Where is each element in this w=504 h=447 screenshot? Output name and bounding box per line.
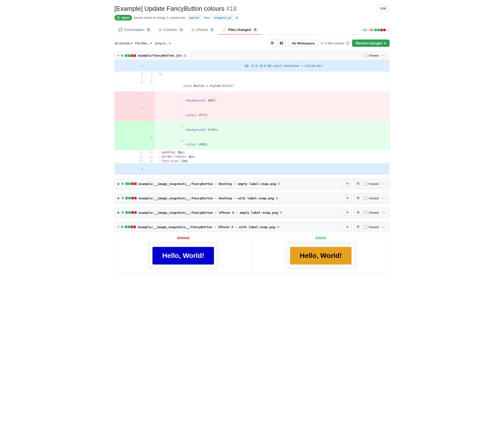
chevron-down-icon: ▾ <box>384 41 386 45</box>
bar1 <box>126 183 128 185</box>
expand-icon[interactable]: ▶ <box>118 211 120 214</box>
file2-viewed-input[interactable] <box>364 182 367 186</box>
copy-path-icon[interactable]: ⧉ <box>278 182 280 186</box>
jump-to-dropdown[interactable]: Jump to... ▾ <box>154 41 171 45</box>
svg-rect-6 <box>357 183 359 184</box>
review-changes-button[interactable]: Review changes ▾ <box>352 39 390 47</box>
svg-rect-9 <box>357 198 359 198</box>
copy-path-icon[interactable]: ⧉ <box>277 225 279 229</box>
tab-conversation[interactable]: 💬 Conversation 0 <box>114 25 155 35</box>
pr-meta: Open fwouts wants to merge 1 commit into… <box>114 15 390 20</box>
collapse-icon[interactable]: ▾ <box>118 225 119 229</box>
more-options-button[interactable]: ··· <box>381 181 386 186</box>
expand-icon[interactable]: ▶ <box>118 182 120 186</box>
more-options-button[interactable]: ··· <box>381 210 386 215</box>
file3-viewed-checkbox[interactable]: Viewed <box>364 196 379 200</box>
view-code-button[interactable] <box>343 224 351 230</box>
file1-viewed-input[interactable] <box>364 54 367 57</box>
view-code-button[interactable] <box>343 210 351 215</box>
edit-button[interactable]: Edit <box>377 5 390 12</box>
tab-checks[interactable]: ☑ Checks 1 <box>188 25 218 35</box>
collapse-icon[interactable]: ▾ <box>118 54 119 57</box>
more-options-button[interactable]: ··· <box>381 224 386 230</box>
svg-rect-12 <box>357 212 359 212</box>
image-diff-divider <box>252 236 252 269</box>
bar2 <box>128 211 131 214</box>
diff-expand-row[interactable]: ⇕ @@ -6,8 +6,8 @@ const Container = styl… <box>115 60 389 72</box>
commits-icon: ⊙ <box>159 28 162 32</box>
svg-rect-0 <box>271 42 274 42</box>
view-raw-button[interactable] <box>354 210 362 215</box>
diff-body-file1: ⇕ @@ -6,8 +6,8 @@ const Container = styl… <box>115 60 389 174</box>
file1-change-count: 4 <box>121 54 123 57</box>
file3-viewed-input[interactable] <box>364 197 367 200</box>
svg-rect-14 <box>357 226 359 226</box>
bar2 <box>127 55 130 57</box>
tab-files-changed[interactable]: 📄 Files changed 5 <box>218 25 262 35</box>
expand-icon[interactable]: ▶ <box>118 196 120 200</box>
tab-commits[interactable]: ⊙ Commits 1 <box>155 25 188 35</box>
diff-line-added: 10 + ··color: #000; <box>115 135 389 150</box>
files-changed-count: 5 <box>253 28 258 32</box>
deleted-image-preview: Hello, World! <box>148 243 218 269</box>
added-hello-world-button: Hello, World! <box>290 247 352 264</box>
bar3 <box>130 226 133 228</box>
file4-viewed-checkbox[interactable]: Viewed <box>364 211 379 214</box>
file-filter-dropdown[interactable]: File filter... ▾ <box>135 41 152 45</box>
bar4 <box>133 55 136 57</box>
bar3 <box>130 55 133 57</box>
diff-card-header-file3: ▶ 4 example/__image_snapshots__/FancyBut… <box>115 193 389 203</box>
svg-rect-4 <box>282 42 283 45</box>
diff-card-file2: ▶ 4 example/__image_snapshots__/FancyBut… <box>114 179 390 189</box>
bar4 <box>134 211 137 214</box>
open-badge: Open <box>114 15 132 20</box>
svg-rect-3 <box>280 42 281 45</box>
diff-bar-1 <box>375 29 377 31</box>
view-raw-button[interactable] <box>354 224 362 230</box>
chevron-down-icon: ▾ <box>150 41 152 45</box>
whitespace-button[interactable]: No Whitespace <box>288 40 318 47</box>
diff-line: 12 12 ··border-radius: 4px; <box>115 154 389 159</box>
diff-card-header-file1: ▾ 4 example/FancyButton.jsx ⧉ Viewed ··· <box>115 51 389 60</box>
head-branch[interactable]: example-pr <box>212 15 234 20</box>
diff-line: 8 8 const Button = styled.button` <box>115 80 389 92</box>
file4-viewed-input[interactable] <box>364 211 367 214</box>
diff-card-file1: ▾ 4 example/FancyButton.jsx ⧉ Viewed ··· <box>114 51 390 175</box>
unified-view-button[interactable] <box>268 40 277 47</box>
file2-viewed-checkbox[interactable]: Viewed <box>364 182 379 186</box>
copy-link-icon[interactable]: ⧉ <box>236 16 238 20</box>
file5-viewed-input[interactable] <box>364 225 367 229</box>
bar3 <box>131 211 134 214</box>
svg-rect-1 <box>271 43 274 43</box>
split-view-button[interactable] <box>277 40 286 47</box>
more-options-button[interactable]: ··· <box>381 196 386 201</box>
view-raw-button[interactable] <box>354 181 362 187</box>
pr-title-text: [Example] Update FancyButton colours <box>114 5 224 12</box>
base-branch[interactable]: master <box>187 15 202 20</box>
view-code-button[interactable] <box>343 195 351 201</box>
diff-expand-row-bottom[interactable]: ⇕ <box>115 163 389 174</box>
added-image-col: Added Hello, World! <box>256 236 386 269</box>
file5-viewed-checkbox[interactable]: Viewed <box>364 225 379 229</box>
diff-line: 11 11 ··padding: 8px; <box>115 150 389 154</box>
view-code-button[interactable] <box>343 181 351 187</box>
copy-path-icon[interactable]: ⧉ <box>280 211 282 214</box>
svg-rect-16 <box>357 227 359 228</box>
status-text: Open <box>122 16 129 19</box>
tabs-bar: 💬 Conversation 0 ⊙ Commits 1 ☑ Checks 1 … <box>114 25 390 35</box>
pr-title: [Example] Update FancyButton colours #18 <box>114 5 237 12</box>
file1-viewed-checkbox[interactable]: Viewed <box>364 54 379 57</box>
checks-count: 1 <box>210 28 215 32</box>
file2-change-count: 4 <box>122 182 124 186</box>
diff-line-deleted: 9 - ··background: #00f; <box>115 92 389 106</box>
bar3 <box>131 183 134 185</box>
bar4 <box>133 226 136 228</box>
copy-path-icon[interactable]: ⧉ <box>276 196 278 200</box>
more-options-button[interactable]: ··· <box>381 53 386 58</box>
all-commits-dropdown[interactable]: all commits ▾ <box>114 41 133 45</box>
image-diff-container: Deleted Hello, World! Added Hello, World… <box>115 232 389 273</box>
added-label: Added <box>315 236 326 240</box>
copy-path-icon[interactable]: ⧉ <box>184 54 186 57</box>
view-raw-button[interactable] <box>354 195 362 201</box>
diff-card-file5: ▾ 4 example/__image_snapshots__/FancyBut… <box>114 222 390 273</box>
